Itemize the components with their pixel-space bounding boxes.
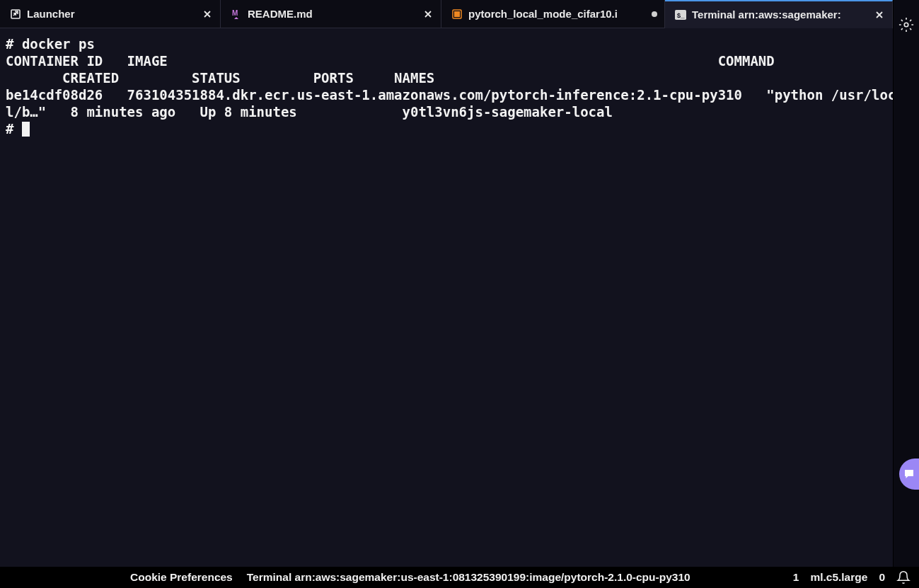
tab-readme[interactable]: M README.md bbox=[221, 0, 441, 28]
terminal-line: CREATED STATUS PORTS NAMES bbox=[6, 70, 434, 86]
terminal-cursor bbox=[22, 122, 30, 137]
tabs-container: Launcher M README.md pytorch_lo bbox=[0, 0, 893, 28]
markdown-icon: M bbox=[231, 8, 242, 20]
svg-rect-3 bbox=[454, 11, 460, 17]
dirty-indicator-icon bbox=[652, 11, 657, 17]
terminal-path-status[interactable]: Terminal arn:aws:sagemaker:us-east-1:081… bbox=[247, 571, 690, 584]
notebook-icon bbox=[451, 8, 463, 20]
terminal-prompt: # bbox=[6, 121, 22, 137]
bell-icon[interactable] bbox=[896, 570, 911, 584]
right-rail bbox=[893, 0, 919, 588]
close-icon[interactable] bbox=[422, 8, 434, 20]
tab-notebook[interactable]: pytorch_local_mode_cifar10.i bbox=[441, 0, 665, 28]
close-icon[interactable] bbox=[202, 8, 213, 20]
gear-icon[interactable] bbox=[898, 17, 914, 35]
close-icon[interactable] bbox=[874, 9, 885, 21]
svg-point-6 bbox=[904, 23, 908, 27]
tab-label: README.md bbox=[248, 8, 313, 20]
terminal-icon: $_ bbox=[675, 9, 686, 21]
status-number[interactable]: 1 bbox=[793, 571, 799, 584]
terminal-output[interactable]: # docker ps CONTAINER ID IMAGE COMMAND C… bbox=[0, 28, 893, 567]
launcher-icon bbox=[10, 8, 21, 20]
tab-label: Launcher bbox=[27, 8, 75, 20]
tab-launcher[interactable]: Launcher bbox=[0, 0, 221, 28]
tab-label: pytorch_local_mode_cifar10.i bbox=[468, 8, 618, 20]
instance-type-status[interactable]: ml.c5.large bbox=[810, 571, 867, 584]
terminal-line: l/b…" 8 minutes ago Up 8 minutes y0tl3vn… bbox=[6, 104, 613, 120]
terminal-line: be14cdf08d26 763104351884.dkr.ecr.us-eas… bbox=[6, 87, 893, 103]
tab-label: Terminal arn:aws:sagemaker: bbox=[692, 8, 841, 21]
notifications-count[interactable]: 0 bbox=[879, 571, 885, 584]
terminal-line: CONTAINER ID IMAGE COMMAND bbox=[6, 53, 775, 69]
cookie-preferences-link[interactable]: Cookie Preferences bbox=[130, 571, 233, 584]
terminal-line: # docker ps bbox=[6, 36, 95, 52]
svg-text:M: M bbox=[232, 9, 238, 17]
tab-terminal[interactable]: $_ Terminal arn:aws:sagemaker: bbox=[665, 0, 893, 28]
svg-text:$_: $_ bbox=[677, 11, 685, 18]
status-bar: Cookie Preferences Terminal arn:aws:sage… bbox=[0, 567, 919, 588]
